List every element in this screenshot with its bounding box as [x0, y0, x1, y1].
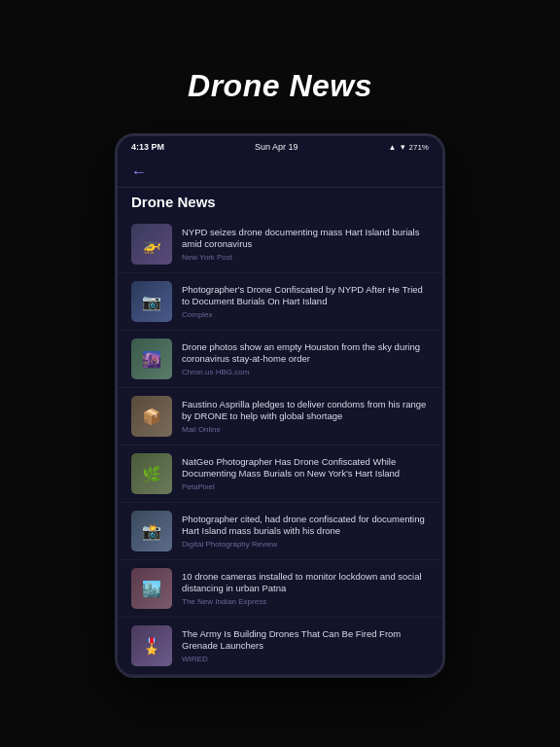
news-item[interactable]: 🌆 Drone photos show an empty Houston fro…: [118, 331, 442, 388]
news-source: The New Indian Express: [182, 597, 429, 606]
news-content: NYPD seizes drone documenting mass Hart …: [182, 227, 429, 263]
news-item[interactable]: 📸 Photographer cited, had drone confisca…: [118, 503, 442, 560]
news-headline: Faustino Asprilla pledges to deliver con…: [182, 399, 429, 423]
news-item[interactable]: 📦 Faustino Asprilla pledges to deliver c…: [118, 388, 442, 445]
news-thumbnail: 🏙️: [131, 568, 172, 609]
news-thumbnail: 🌿: [131, 453, 172, 494]
news-headline: Drone photos show an empty Houston from …: [182, 341, 429, 366]
status-date: Sun Apr 19: [255, 142, 298, 152]
news-thumbnail: 📦: [131, 396, 172, 437]
news-item[interactable]: 📷 Photographer's Drone Confiscated by NY…: [118, 273, 442, 331]
news-content: 10 drone cameras installed to monitor lo…: [182, 571, 429, 607]
news-item[interactable]: 🌿 NatGeo Photographer Has Drone Confisca…: [118, 445, 442, 503]
back-button[interactable]: ←: [131, 163, 147, 181]
news-content: NatGeo Photographer Has Drone Confiscate…: [182, 456, 429, 492]
thumb-icon: 🚁: [142, 235, 161, 254]
thumb-icon: 🌿: [142, 465, 161, 483]
screen-title: Drone News: [118, 188, 442, 216]
news-thumbnail: 🎖️: [131, 625, 172, 666]
news-source: New York Post: [182, 253, 429, 262]
battery-indicator: 271%: [409, 143, 429, 152]
news-thumbnail: 📸: [131, 511, 172, 551]
news-headline: NYPD seizes drone documenting mass Hart …: [182, 227, 429, 251]
thumb-icon: 🌆: [142, 350, 161, 369]
status-right: ▲ ▾ 271%: [389, 142, 429, 152]
news-headline: NatGeo Photographer Has Drone Confiscate…: [182, 456, 429, 480]
news-content: Faustino Asprilla pledges to deliver con…: [182, 399, 429, 435]
signal-icon: ▲: [389, 143, 397, 152]
status-bar: 4:13 PM Sun Apr 19 ▲ ▾ 271%: [118, 136, 442, 158]
nav-bar: ←: [118, 158, 442, 188]
status-time: 4:13 PM: [131, 142, 164, 152]
page-title: Drone News: [188, 68, 372, 104]
news-headline: 10 drone cameras installed to monitor lo…: [182, 571, 429, 595]
news-thumbnail: 🌆: [131, 338, 172, 379]
news-source: Digital Photography Review: [182, 540, 429, 549]
news-content: The Army Is Building Drones That Can Be …: [182, 628, 429, 664]
news-content: Photographer cited, had drone confiscate…: [182, 514, 429, 550]
news-headline: Photographer's Drone Confiscated by NYPD…: [182, 284, 429, 308]
news-headline: Photographer cited, had drone confiscate…: [182, 514, 429, 538]
wifi-icon: ▾: [401, 142, 405, 152]
news-item[interactable]: 🎖️ The Army Is Building Drones That Can …: [118, 618, 442, 675]
thumb-icon: 🎖️: [142, 637, 161, 656]
news-item[interactable]: 🚁 NYPD seizes drone documenting mass Har…: [118, 216, 442, 273]
thumb-icon: 🏙️: [142, 580, 161, 598]
news-headline: The Army Is Building Drones That Can Be …: [182, 628, 429, 653]
news-source: PetaPixel: [182, 482, 429, 491]
thumb-icon: 📦: [142, 408, 161, 426]
news-source: Chron.us HBG.com: [182, 368, 429, 376]
news-source: Mail Online: [182, 425, 429, 434]
news-source: WIRED: [182, 655, 429, 663]
tablet-frame: 4:13 PM Sun Apr 19 ▲ ▾ 271% ← Drone News…: [115, 133, 445, 678]
news-source: Complex: [182, 310, 429, 319]
thumb-icon: 📷: [142, 293, 161, 311]
news-thumbnail: 🚁: [131, 224, 172, 265]
news-content: Drone photos show an empty Houston from …: [182, 341, 429, 377]
thumb-icon: 📸: [142, 522, 161, 541]
news-thumbnail: 📷: [131, 281, 172, 322]
news-list[interactable]: 🚁 NYPD seizes drone documenting mass Har…: [118, 216, 442, 675]
news-item[interactable]: 🏙️ 10 drone cameras installed to monitor…: [118, 560, 442, 618]
news-content: Photographer's Drone Confiscated by NYPD…: [182, 284, 429, 320]
